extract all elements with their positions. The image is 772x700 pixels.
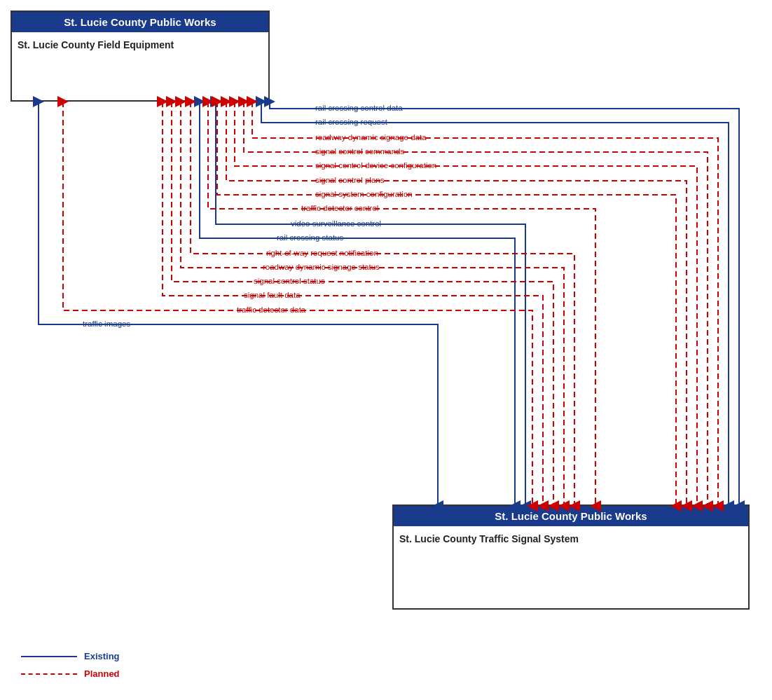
legend-planned-line [21,673,77,675]
label-traffic-images: traffic images [83,320,130,328]
label-rail-crossing-control: rail crossing control data [315,104,403,112]
diagram-container: St. Lucie County Public Works St. Lucie … [0,0,772,700]
label-video-surveillance-control: video surveillance control [291,219,381,228]
legend-planned-label: Planned [84,668,120,679]
label-signal-control-commands: signal control commands [315,147,404,156]
label-signal-system-config: signal system configuration [315,190,413,198]
label-traffic-detector-data: traffic detector data [237,306,305,314]
label-rail-crossing-status: rail crossing status [277,233,343,242]
legend-existing: Existing [21,651,120,661]
label-roadway-dynamic-signage-status: roadway dynamic signage status [263,263,380,271]
legend-existing-label: Existing [84,651,120,661]
top-box: St. Lucie County Public Works St. Lucie … [11,11,270,102]
legend-existing-line [21,656,77,657]
label-rail-crossing-request: rail crossing request [315,118,387,126]
label-traffic-detector-control: traffic detector control [301,204,378,212]
bottom-box-name: St. Lucie County Traffic Signal System [394,526,748,551]
label-signal-control-status: signal control status [254,277,325,285]
top-box-org: St. Lucie County Public Works [12,12,268,32]
top-box-name: St. Lucie County Field Equipment [12,32,268,57]
bottom-box: St. Lucie County Public Works St. Lucie … [392,505,750,610]
label-signal-control-device-config: signal control device configuration [315,161,436,170]
legend-planned: Planned [21,668,120,679]
label-signal-fault-data: signal fault data [244,291,301,299]
legend: Existing Planned [21,651,120,679]
bottom-box-org: St. Lucie County Public Works [394,506,748,526]
label-roadway-dynamic-signage-data: roadway dynamic signage data [315,133,427,142]
label-right-of-way-request: right-of-way request notification [266,249,378,257]
label-signal-control-plans: signal control plans [315,176,384,184]
